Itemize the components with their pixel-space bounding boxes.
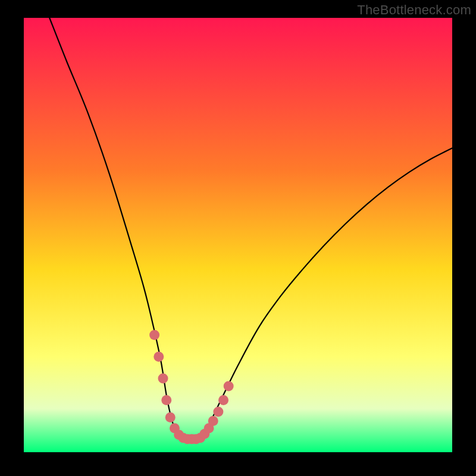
bottleneck-chart	[0, 0, 476, 476]
marker-point	[208, 416, 218, 426]
marker-point	[224, 381, 234, 392]
marker-point	[165, 412, 176, 422]
marker-point	[161, 395, 171, 405]
plot-background	[24, 18, 452, 452]
marker-point	[218, 395, 228, 405]
chart-stage: TheBottleneck.com	[0, 0, 476, 476]
marker-point	[149, 330, 159, 340]
marker-point	[158, 373, 168, 383]
marker-point	[154, 352, 164, 362]
marker-point	[213, 407, 223, 417]
